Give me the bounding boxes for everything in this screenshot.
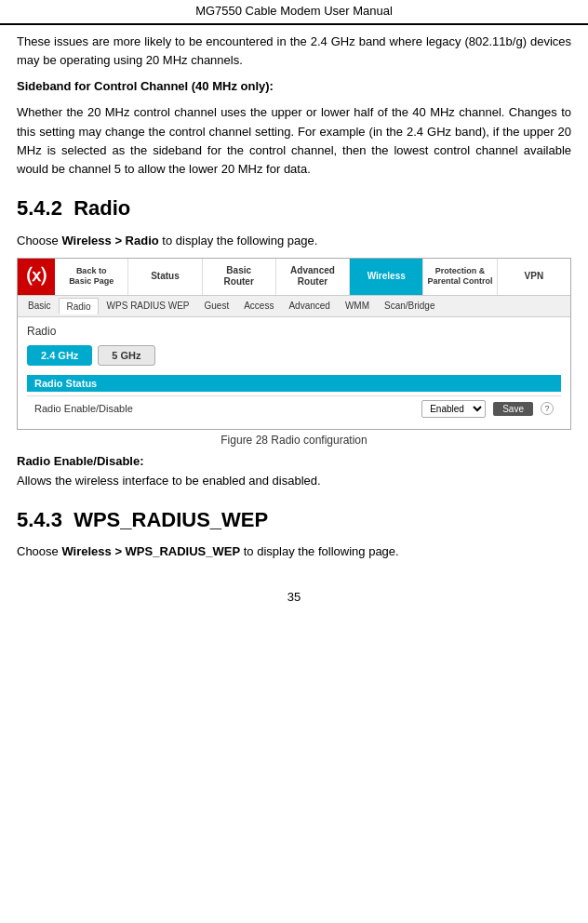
nav-item-vpn[interactable]: VPN [498, 259, 570, 295]
subnav-scan-bridge[interactable]: Scan/Bridge [378, 298, 441, 314]
header-title: MG7550 Cable Modem User Manual [195, 4, 393, 18]
radio-enable-select[interactable]: Enabled Disabled [421, 400, 486, 418]
freq-btn-24ghz[interactable]: 2.4 GHz [27, 345, 92, 366]
section-543-intro-bold: Wireless > WPS_RADIUS_WEP [61, 544, 240, 558]
motorola-logo-icon: ⒳ [27, 264, 46, 289]
nav-item-advanced-router[interactable]: AdvancedRouter [276, 259, 350, 295]
subnav-radio[interactable]: Radio [59, 298, 98, 314]
router-subnav: Basic Radio WPS RADIUS WEP Guest Access … [18, 296, 570, 317]
sideband-text: Whether the 20 MHz control channel uses … [17, 103, 571, 179]
figure-caption: Figure 28 Radio configuration [17, 434, 571, 447]
nav-item-wireless[interactable]: Wireless [350, 259, 423, 295]
router-body: Radio 2.4 GHz 5 GHz Radio Status Radio E… [18, 317, 570, 429]
sideband-heading-para: Sideband for Control Channel (40 MHz onl… [17, 77, 571, 96]
subnav-wps-radius-wep[interactable]: WPS RADIUS WEP [100, 298, 196, 314]
nav-item-protection[interactable]: Protection &Parental Control [423, 259, 497, 295]
freq-buttons-group: 2.4 GHz 5 GHz [27, 345, 561, 366]
subnav-guest[interactable]: Guest [198, 298, 236, 314]
radio-enable-label: Radio Enable/Disable [34, 403, 421, 414]
radio-enable-row: Radio Enable/Disable Enabled Disabled Sa… [27, 395, 561, 421]
freq-btn-5ghz[interactable]: 5 GHz [98, 345, 154, 366]
radio-form-controls: Enabled Disabled Save ? [421, 400, 554, 418]
nav-item-basic-router[interactable]: BasicRouter [203, 259, 276, 295]
page-number: 35 [0, 590, 588, 613]
page-content: These issues are more likely to be encou… [0, 25, 588, 562]
router-ui-mockup: ⒳ Back toBasic Page Status BasicRouter A… [17, 258, 571, 430]
nav-item-status[interactable]: Status [128, 259, 202, 295]
section-542-heading: 5.4.2 Radio [17, 195, 571, 222]
subnav-basic[interactable]: Basic [21, 298, 57, 314]
nav-item-back[interactable]: Back toBasic Page [55, 259, 128, 295]
radio-enable-heading: Radio Enable/Disable: [17, 454, 571, 468]
intro-paragraph: These issues are more likely to be encou… [17, 33, 571, 70]
subnav-advanced[interactable]: Advanced [282, 298, 336, 314]
radio-status-bar: Radio Status [27, 375, 561, 392]
sideband-heading: Sideband for Control Channel (40 MHz onl… [17, 79, 274, 93]
help-icon[interactable]: ? [541, 402, 554, 415]
router-nav-items: Back toBasic Page Status BasicRouter Adv… [55, 259, 570, 295]
section-542-intro: Choose Wireless > Radio to display the f… [17, 232, 571, 250]
radio-enable-description: Allows the wireless interface to be enab… [17, 472, 571, 490]
router-topbar: ⒳ Back toBasic Page Status BasicRouter A… [18, 259, 570, 296]
subnav-wmm[interactable]: WMM [339, 298, 376, 314]
page-header: MG7550 Cable Modem User Manual [0, 0, 588, 24]
router-logo: ⒳ [18, 259, 55, 295]
section-543-heading: 5.4.3 WPS_RADIUS_WEP [17, 507, 571, 534]
section-543-intro: Choose Wireless > WPS_RADIUS_WEP to disp… [17, 542, 571, 561]
save-button[interactable]: Save [493, 402, 533, 416]
subnav-access[interactable]: Access [237, 298, 280, 314]
section-542-intro-bold: Wireless > Radio [61, 234, 158, 247]
router-page-title: Radio [27, 325, 561, 338]
